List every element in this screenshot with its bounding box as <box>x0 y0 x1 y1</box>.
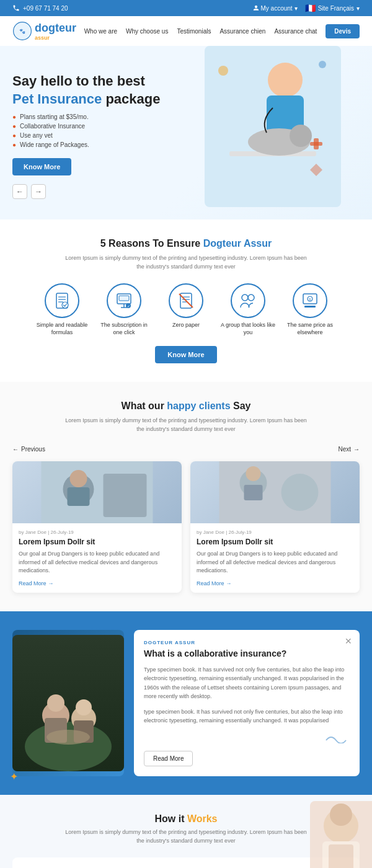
reasons-title: 5 Reasons To Ensure Dogteur Assur <box>12 238 360 249</box>
feature-3: ●Use any vet <box>12 132 360 139</box>
logo-text: dogteur <box>35 22 76 35</box>
testimonial-img-1 <box>190 461 360 523</box>
reason-1: ✓ The subscription in one click <box>96 283 152 336</box>
testimonials-desc: Lorem Ipsum is simply dummy text of the … <box>62 417 310 433</box>
hero-next-button[interactable]: → <box>31 184 46 199</box>
click-icon: ✓ <box>115 291 133 310</box>
close-button[interactable]: ✕ <box>345 636 352 646</box>
collab-image <box>12 630 124 777</box>
user-icon <box>253 5 259 11</box>
testimonial-text-0: Our goal at Drug Dangers is to keep publ… <box>19 550 175 575</box>
testimonial-img-0 <box>12 461 182 523</box>
hero-section: Say hello to the best Pet Insurance pack… <box>0 46 372 219</box>
collab-section: ✦ ⚬ DOGTEUR ASSUR ✕ What is a collaborat… <box>0 611 372 795</box>
svg-point-46 <box>25 722 112 771</box>
reason-icon-4: $ <box>293 283 327 318</box>
reason-3: A group that looks like you <box>220 283 276 336</box>
reasons-grid: Simple and readable formulas ✓ The subsc… <box>12 283 360 336</box>
testimonial-text-1: Our goal at Drug Dangers is to keep publ… <box>197 550 353 575</box>
nav-testimonials[interactable]: Testimonials <box>177 28 211 35</box>
testimonial-card-1: by Jane Doe | 26-July-19 Lorem Ipsum Dol… <box>190 461 360 593</box>
svg-text:🐾: 🐾 <box>19 28 25 34</box>
reason-label-4: The same price as elsewhere <box>282 322 338 336</box>
svg-line-27 <box>179 294 193 308</box>
reason-icon-0 <box>45 283 79 318</box>
language-switcher[interactable]: 🇫🇷 Site Français ▾ <box>305 3 360 13</box>
testimonial-body-0: by Jane Doe | 26-July-19 Lorem Ipsum Dol… <box>12 523 182 593</box>
hero-prev-button[interactable]: ← <box>12 184 27 199</box>
reason-icon-3 <box>231 283 265 318</box>
collab-content: DOGTEUR ASSUR ✕ What is a collaborative … <box>134 630 360 777</box>
testimonial-title-1: Lorem Ipsum Dollr sit <box>197 538 353 546</box>
deco-star: ✦ <box>10 771 18 782</box>
paper-icon <box>177 291 195 310</box>
reason-icon-2 <box>169 283 203 318</box>
phone-number: +09 67 71 74 20 <box>23 5 68 12</box>
phone-icon <box>12 4 20 12</box>
reason-label-2: Zero paper <box>172 322 200 329</box>
testimonials-grid: by Jane Doe | 26-July-19 Lorem Ipsum Dol… <box>12 461 360 593</box>
top-bar-right: My account ▾ 🇫🇷 Site Français ▾ <box>253 3 360 13</box>
deco-wave <box>325 731 350 743</box>
reason-0: Simple and readable formulas <box>34 283 90 336</box>
reason-label-1: The subscription in one click <box>96 322 152 336</box>
nav-chat[interactable]: Assurance chat <box>274 28 317 35</box>
svg-point-9 <box>319 61 326 68</box>
svg-rect-42 <box>244 485 263 500</box>
reasons-section: 5 Reasons To Ensure Dogteur Assur Lorem … <box>0 219 372 382</box>
logo-subtext: assur <box>35 35 76 41</box>
svg-point-51 <box>76 699 92 715</box>
svg-point-16 <box>62 302 68 308</box>
nav-why[interactable]: Why choose us <box>126 28 168 35</box>
reason-2: Zero paper <box>158 283 214 336</box>
testimonial-meta-0: by Jane Doe | 26-July-19 <box>19 529 175 535</box>
testimonials-section: What our happy clients Say Lorem Ipsum i… <box>0 382 372 611</box>
svg-point-41 <box>246 466 261 481</box>
hero-title: Say hello to the best Pet Insurance pack… <box>12 73 360 108</box>
hero-features: ●Plans starting at $35/mo. ●Collaborativ… <box>12 113 360 148</box>
svg-rect-38 <box>104 474 147 517</box>
nav-who[interactable]: Who we are <box>84 28 117 35</box>
nav-chien[interactable]: Assurance chien <box>219 28 265 35</box>
how-card: Choose insurance from wide range › No Pa… <box>12 857 360 868</box>
how-desc: Lorem Ipsum is simply dummy text of the … <box>62 828 310 845</box>
svg-point-56 <box>330 804 352 826</box>
testimonial-title-0: Lorem Ipsum Dollr sit <box>19 538 175 546</box>
navbar: 🐾 dogteur assur Who we are Why choose us… <box>0 16 372 46</box>
devis-button[interactable]: Devis <box>326 24 360 38</box>
testimonials-nav: ← Previous Next → <box>12 446 360 453</box>
svg-point-29 <box>248 294 254 301</box>
reasons-cta-button[interactable]: Know More <box>155 346 216 363</box>
testimonial-meta-1: by Jane Doe | 26-July-19 <box>197 529 353 535</box>
account-link[interactable]: My account ▾ <box>253 5 298 12</box>
prev-button[interactable]: ← Previous <box>12 446 45 453</box>
feature-4: ●Wide range of Packages. <box>12 141 360 148</box>
testimonials-title: What our happy clients Say <box>12 401 360 412</box>
side-person-image <box>310 801 372 868</box>
read-more-0[interactable]: Read More → <box>19 580 175 587</box>
hero-content: Say hello to the best Pet Insurance pack… <box>12 73 360 198</box>
reasons-desc: Lorem Ipsum is simply dummy text of the … <box>62 254 310 271</box>
hero-arrows: ← → <box>12 184 360 199</box>
hero-cta-button[interactable]: Know More <box>12 158 71 175</box>
svg-rect-58 <box>329 844 353 868</box>
logo-icon: 🐾 <box>12 21 32 41</box>
svg-point-28 <box>242 294 248 301</box>
collab-cta-button[interactable]: Read More <box>144 751 193 766</box>
collab-text-2: type specimen book. It has survived not … <box>144 707 350 725</box>
svg-point-48 <box>47 694 64 712</box>
read-more-1[interactable]: Read More → <box>197 580 353 587</box>
logo: 🐾 dogteur assur <box>12 21 76 41</box>
svg-rect-37 <box>68 487 90 506</box>
how-title: How it Works <box>12 813 360 825</box>
reason-icon-1: ✓ <box>107 283 141 318</box>
feature-1: ●Plans starting at $35/mo. <box>12 113 360 120</box>
svg-point-43 <box>281 474 319 511</box>
svg-point-53 <box>46 730 90 745</box>
how-section: How it Works Lorem Ipsum is simply dummy… <box>0 795 372 868</box>
collab-title: What is a collaborative insurance? <box>144 648 350 659</box>
top-bar: +09 67 71 74 20 My account ▾ 🇫🇷 Site Fra… <box>0 0 372 16</box>
reason-4: $ The same price as elsewhere <box>282 283 338 336</box>
nav-links: Who we are Why choose us Testimonials As… <box>84 24 360 38</box>
next-button[interactable]: Next → <box>338 446 360 453</box>
